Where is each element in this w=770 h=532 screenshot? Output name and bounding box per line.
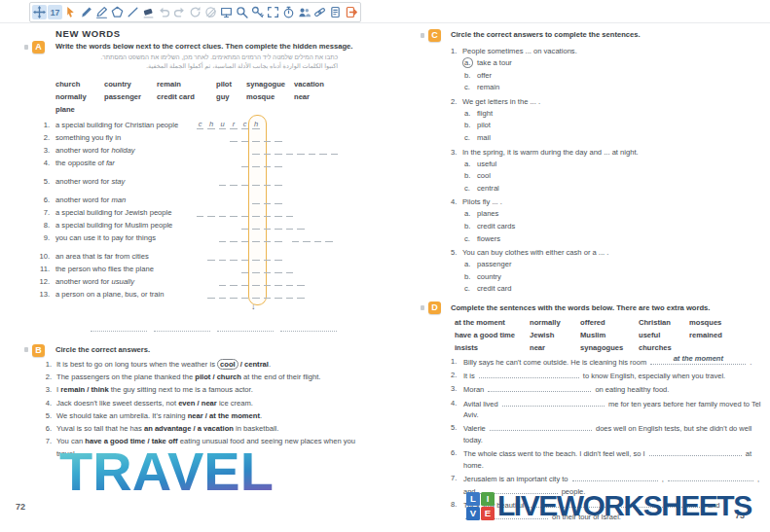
answer-cell[interactable]: [297, 276, 305, 286]
hide-icon[interactable]: [203, 5, 218, 19]
answer-cell[interactable]: [230, 276, 238, 286]
answer-cells[interactable]: [207, 286, 309, 299]
circle-answer-item[interactable]: 6.Yuval is so tall that he has an advant…: [36, 422, 375, 435]
answer-option[interactable]: a.passenger: [451, 259, 767, 271]
answer-option[interactable]: c.central: [451, 183, 767, 195]
answer-cell[interactable]: [252, 145, 260, 155]
answer-cell[interactable]: [275, 232, 282, 242]
answer-cell[interactable]: [264, 220, 272, 230]
option-letter[interactable]: c.: [464, 82, 477, 94]
document-icon[interactable]: [328, 5, 343, 19]
answer-cell[interactable]: [297, 220, 305, 230]
option-letter[interactable]: b.: [464, 271, 477, 284]
pages-icon[interactable]: 17: [48, 5, 62, 19]
shapes-icon[interactable]: [110, 5, 125, 19]
answer-cell[interactable]: [264, 158, 272, 167]
answer-cell[interactable]: [286, 264, 294, 273]
magnifier-icon[interactable]: [235, 5, 249, 19]
answer-option[interactable]: c.credit card: [451, 283, 767, 296]
answer-blank[interactable]: [668, 473, 753, 481]
answer-cell[interactable]: [252, 195, 260, 204]
answer-option[interactable]: c.mail: [451, 132, 767, 145]
circled-answer[interactable]: a.: [462, 57, 473, 68]
answer-cell[interactable]: [241, 158, 249, 167]
answer-cell[interactable]: [230, 207, 238, 217]
answer-cell[interactable]: [264, 251, 272, 261]
answer-cell[interactable]: [207, 207, 215, 217]
cursor-icon[interactable]: [63, 5, 78, 19]
answer-cell[interactable]: [286, 145, 294, 155]
answer-cells[interactable]: [241, 261, 298, 273]
answer-cell[interactable]: [241, 251, 249, 261]
answer-cell[interactable]: [241, 232, 249, 242]
answer-cell[interactable]: [230, 132, 238, 142]
answer-blank[interactable]: [649, 447, 742, 456]
answer-cell[interactable]: [264, 145, 272, 155]
answer-cell[interactable]: [314, 232, 322, 242]
hidden-message-blank[interactable]: [217, 322, 274, 332]
answer-cell[interactable]: [264, 207, 272, 217]
answer-option[interactable]: b.country: [451, 271, 767, 284]
answer-cell[interactable]: [264, 289, 272, 299]
highlighter-icon[interactable]: [94, 5, 109, 19]
answer-cell[interactable]: [252, 132, 260, 142]
answer-cell[interactable]: [319, 145, 327, 155]
answer-blank[interactable]: [490, 422, 592, 431]
answer-cell[interactable]: [264, 264, 272, 273]
answer-cell[interactable]: [230, 232, 238, 242]
answer-cell[interactable]: [264, 132, 272, 142]
hidden-message-blank[interactable]: [154, 322, 210, 332]
answer-cell[interactable]: [219, 176, 227, 186]
option-letter[interactable]: a.: [464, 57, 477, 70]
move-icon[interactable]: [32, 5, 47, 19]
answer-cell[interactable]: u: [219, 120, 227, 129]
circle-answer-item[interactable]: 3.I remain / think the guy sitting next …: [36, 383, 375, 396]
option-letter[interactable]: b.: [464, 170, 477, 183]
answer-cell[interactable]: [275, 264, 282, 273]
answer-cell[interactable]: [241, 264, 249, 273]
circle-answer-item[interactable]: 2.The passengers on the plane thanked th…: [36, 371, 375, 383]
answer-cell[interactable]: [275, 176, 282, 186]
redo-icon[interactable]: [172, 5, 187, 19]
answer-cells[interactable]: [252, 192, 286, 204]
answer-cell[interactable]: [219, 276, 227, 286]
option-letter[interactable]: a.: [464, 108, 477, 121]
answer-cell[interactable]: [252, 220, 260, 230]
answer-cells[interactable]: [207, 248, 286, 261]
option-letter[interactable]: a.: [464, 259, 477, 271]
eraser-icon[interactable]: [141, 5, 156, 19]
answer-cell[interactable]: [286, 289, 294, 299]
pointer-icon[interactable]: [250, 5, 265, 19]
answer-cell[interactable]: [309, 145, 316, 155]
circle-answer-item[interactable]: 4.Jack doesn't like sweet desserts, not …: [36, 397, 375, 409]
answer-cell[interactable]: [297, 145, 305, 155]
option-letter[interactable]: a.: [464, 208, 477, 221]
answer-option[interactable]: b.cool: [451, 170, 767, 183]
answer-cell[interactable]: [219, 232, 227, 242]
answer-cell[interactable]: [230, 289, 238, 299]
option-letter[interactable]: b.: [464, 221, 477, 233]
answer-blank[interactable]: [572, 473, 658, 481]
option-letter[interactable]: c.: [464, 132, 477, 145]
hidden-message-blank[interactable]: [280, 322, 337, 332]
answer-cell[interactable]: [230, 176, 238, 186]
undo-icon[interactable]: [157, 5, 171, 19]
option-letter[interactable]: c.: [464, 233, 477, 246]
answer-cell[interactable]: [241, 207, 249, 217]
answer-cell[interactable]: [331, 145, 339, 155]
answer-cell[interactable]: [219, 251, 227, 261]
screen-icon[interactable]: [219, 5, 234, 19]
answer-option[interactable]: a.take a tour: [451, 57, 767, 70]
answer-cell[interactable]: [275, 145, 282, 155]
answer-option[interactable]: c.flowers: [451, 233, 767, 246]
answer-cell[interactable]: [252, 176, 260, 186]
answer-cell[interactable]: h: [252, 120, 260, 129]
answer-cells[interactable]: [219, 273, 309, 286]
line-icon[interactable]: [126, 5, 140, 19]
answer-cells[interactable]: [241, 217, 309, 230]
answer-cell[interactable]: [207, 251, 215, 261]
answer-option[interactable]: a.useful: [451, 159, 767, 171]
answer-cell[interactable]: [297, 289, 305, 299]
answer-option[interactable]: b.offer: [451, 70, 767, 83]
answer-option[interactable]: a.planes: [451, 208, 767, 221]
